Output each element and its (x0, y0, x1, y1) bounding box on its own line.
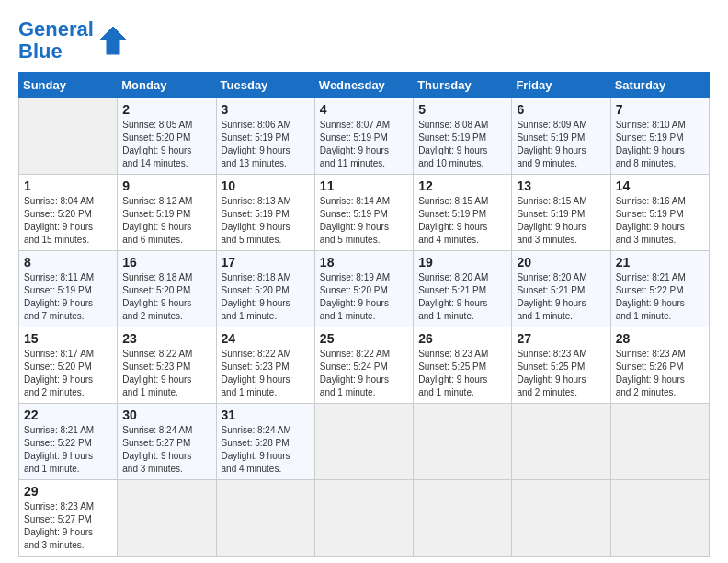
weekday-header-monday: Monday (118, 73, 216, 98)
day-info: Sunrise: 8:16 AMSunset: 5:19 PMDaylight:… (616, 195, 704, 247)
day-number: 18 (320, 255, 408, 270)
calendar-cell: 8Sunrise: 8:11 AMSunset: 5:19 PMDaylight… (19, 251, 118, 327)
day-number: 26 (418, 331, 506, 346)
calendar-cell: 24Sunrise: 8:22 AMSunset: 5:23 PMDayligh… (216, 327, 314, 404)
day-info: Sunrise: 8:20 AMSunset: 5:21 PMDaylight:… (517, 271, 605, 323)
day-info: Sunrise: 8:14 AMSunset: 5:19 PMDaylight:… (320, 195, 408, 247)
calendar-cell (314, 480, 413, 557)
calendar-cell (512, 404, 610, 480)
weekday-header-friday: Friday (512, 73, 610, 98)
calendar-cell: 10Sunrise: 8:13 AMSunset: 5:19 PMDayligh… (216, 175, 314, 251)
calendar-cell: 18Sunrise: 8:19 AMSunset: 5:20 PMDayligh… (314, 251, 413, 327)
weekday-header-saturday: Saturday (610, 73, 709, 98)
day-info: Sunrise: 8:15 AMSunset: 5:19 PMDaylight:… (418, 195, 506, 247)
calendar-cell: 20Sunrise: 8:20 AMSunset: 5:21 PMDayligh… (512, 251, 610, 327)
calendar-cell (414, 480, 512, 557)
day-info: Sunrise: 8:22 AMSunset: 5:23 PMDaylight:… (222, 348, 310, 399)
calendar-cell: 1Sunrise: 8:04 AMSunset: 5:20 PMDaylight… (19, 175, 118, 251)
calendar-cell (414, 404, 512, 480)
calendar-cell (610, 404, 709, 480)
day-number: 16 (122, 255, 210, 270)
day-number: 5 (418, 102, 506, 117)
day-info: Sunrise: 8:22 AMSunset: 5:23 PMDaylight:… (122, 348, 210, 399)
calendar-cell: 31Sunrise: 8:24 AMSunset: 5:28 PMDayligh… (216, 404, 314, 480)
day-info: Sunrise: 8:20 AMSunset: 5:21 PMDaylight:… (418, 271, 506, 323)
day-info: Sunrise: 8:09 AMSunset: 5:19 PMDaylight:… (517, 119, 605, 170)
day-number: 14 (616, 178, 704, 193)
weekday-header-wednesday: Wednesday (314, 73, 413, 98)
day-info: Sunrise: 8:07 AMSunset: 5:19 PMDaylight:… (320, 119, 408, 170)
day-info: Sunrise: 8:17 AMSunset: 5:20 PMDaylight:… (24, 348, 112, 399)
day-info: Sunrise: 8:22 AMSunset: 5:24 PMDaylight:… (320, 348, 408, 399)
day-number: 24 (222, 331, 310, 346)
weekday-header-thursday: Thursday (414, 73, 512, 98)
calendar-week-row: 1Sunrise: 8:04 AMSunset: 5:20 PMDaylight… (19, 175, 710, 251)
day-info: Sunrise: 8:15 AMSunset: 5:19 PMDaylight:… (517, 195, 605, 247)
day-info: Sunrise: 8:24 AMSunset: 5:28 PMDaylight:… (222, 424, 310, 476)
day-number: 7 (616, 102, 704, 117)
day-number: 13 (517, 178, 605, 193)
calendar-week-row: 22Sunrise: 8:21 AMSunset: 5:22 PMDayligh… (19, 404, 710, 480)
calendar-cell: 12Sunrise: 8:15 AMSunset: 5:19 PMDayligh… (414, 175, 512, 251)
calendar-cell (610, 480, 709, 557)
calendar-cell (19, 98, 118, 175)
calendar-cell: 22Sunrise: 8:21 AMSunset: 5:22 PMDayligh… (19, 404, 118, 480)
day-info: Sunrise: 8:06 AMSunset: 5:19 PMDaylight:… (222, 119, 310, 170)
calendar-cell: 19Sunrise: 8:20 AMSunset: 5:21 PMDayligh… (414, 251, 512, 327)
logo-icon (97, 24, 130, 57)
day-info: Sunrise: 8:21 AMSunset: 5:22 PMDaylight:… (616, 271, 704, 323)
day-info: Sunrise: 8:23 AMSunset: 5:26 PMDaylight:… (616, 348, 704, 399)
day-number: 28 (616, 331, 704, 346)
day-number: 25 (320, 331, 408, 346)
calendar-cell: 28Sunrise: 8:23 AMSunset: 5:26 PMDayligh… (610, 327, 709, 404)
calendar-cell: 15Sunrise: 8:17 AMSunset: 5:20 PMDayligh… (19, 327, 118, 404)
day-number: 19 (418, 255, 506, 270)
day-info: Sunrise: 8:05 AMSunset: 5:20 PMDaylight:… (122, 119, 210, 170)
day-info: Sunrise: 8:18 AMSunset: 5:20 PMDaylight:… (122, 271, 210, 323)
calendar-week-row: 15Sunrise: 8:17 AMSunset: 5:20 PMDayligh… (19, 327, 710, 404)
day-number: 31 (222, 408, 310, 422)
calendar-cell: 25Sunrise: 8:22 AMSunset: 5:24 PMDayligh… (314, 327, 413, 404)
day-number: 8 (24, 255, 112, 270)
calendar-cell: 6Sunrise: 8:09 AMSunset: 5:19 PMDaylight… (512, 98, 610, 175)
calendar-cell: 4Sunrise: 8:07 AMSunset: 5:19 PMDaylight… (314, 98, 413, 175)
day-info: Sunrise: 8:19 AMSunset: 5:20 PMDaylight:… (320, 271, 408, 323)
day-info: Sunrise: 8:21 AMSunset: 5:22 PMDaylight:… (24, 424, 112, 476)
day-number: 9 (122, 178, 210, 193)
calendar-table: SundayMondayTuesdayWednesdayThursdayFrid… (18, 72, 710, 557)
day-number: 21 (616, 255, 704, 270)
day-info: Sunrise: 8:04 AMSunset: 5:20 PMDaylight:… (24, 195, 112, 247)
calendar-cell: 30Sunrise: 8:24 AMSunset: 5:27 PMDayligh… (118, 404, 216, 480)
calendar-cell: 27Sunrise: 8:23 AMSunset: 5:25 PMDayligh… (512, 327, 610, 404)
calendar-cell: 9Sunrise: 8:12 AMSunset: 5:19 PMDaylight… (118, 175, 216, 251)
day-number: 10 (222, 178, 310, 193)
day-number: 20 (517, 255, 605, 270)
day-number: 1 (24, 178, 112, 193)
day-number: 23 (122, 331, 210, 346)
day-info: Sunrise: 8:18 AMSunset: 5:20 PMDaylight:… (222, 271, 310, 323)
day-info: Sunrise: 8:10 AMSunset: 5:19 PMDaylight:… (616, 119, 704, 170)
day-number: 29 (24, 484, 112, 499)
day-info: Sunrise: 8:23 AMSunset: 5:25 PMDaylight:… (418, 348, 506, 399)
day-number: 30 (122, 408, 210, 422)
day-number: 12 (418, 178, 506, 193)
calendar-week-row: 8Sunrise: 8:11 AMSunset: 5:19 PMDaylight… (19, 251, 710, 327)
day-number: 22 (24, 408, 112, 422)
calendar-week-row: 29Sunrise: 8:23 AMSunset: 5:27 PMDayligh… (19, 480, 710, 557)
day-info: Sunrise: 8:11 AMSunset: 5:19 PMDaylight:… (24, 271, 112, 323)
calendar-cell: 7Sunrise: 8:10 AMSunset: 5:19 PMDaylight… (610, 98, 709, 175)
day-number: 3 (222, 102, 310, 117)
calendar-cell: 3Sunrise: 8:06 AMSunset: 5:19 PMDaylight… (216, 98, 314, 175)
weekday-header-sunday: Sunday (19, 73, 118, 98)
day-number: 15 (24, 331, 112, 346)
calendar-cell: 11Sunrise: 8:14 AMSunset: 5:19 PMDayligh… (314, 175, 413, 251)
page-header: GeneralBlue (18, 18, 710, 63)
calendar-week-row: 2Sunrise: 8:05 AMSunset: 5:20 PMDaylight… (19, 98, 710, 175)
logo-text: GeneralBlue (18, 18, 94, 63)
weekday-header-tuesday: Tuesday (216, 73, 314, 98)
day-info: Sunrise: 8:12 AMSunset: 5:19 PMDaylight:… (122, 195, 210, 247)
day-number: 11 (320, 178, 408, 193)
logo: GeneralBlue (18, 18, 130, 63)
calendar-cell: 26Sunrise: 8:23 AMSunset: 5:25 PMDayligh… (414, 327, 512, 404)
day-number: 27 (517, 331, 605, 346)
